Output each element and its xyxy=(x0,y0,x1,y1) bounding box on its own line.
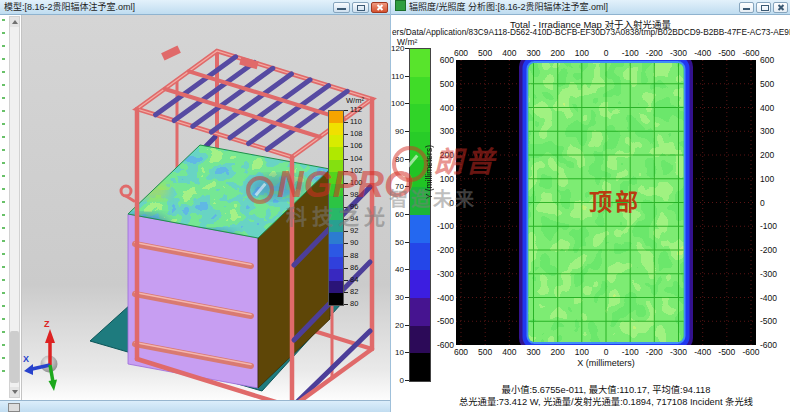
colorbar-segment xyxy=(329,160,343,172)
model-window: 模型:[8.16-2贵阳辐体注予室.oml] xyxy=(0,0,390,412)
y-tick-label: -500 xyxy=(436,316,454,326)
colorbar-tick xyxy=(405,380,409,381)
tree-items-clipped xyxy=(2,19,5,376)
colorbar-segment xyxy=(329,184,343,196)
tree-scrollbar[interactable] xyxy=(9,16,20,398)
colorbar-tick-label: 0 xyxy=(391,376,404,385)
colorbar-tick-label: 60 xyxy=(391,210,404,219)
colorbar-segment xyxy=(329,208,343,220)
y-tick-label: 400 xyxy=(436,103,454,113)
y-tick-label: -300 xyxy=(436,269,454,279)
colorbar-tick xyxy=(405,325,409,326)
colorbar-tick xyxy=(344,280,348,281)
restore-icon xyxy=(357,5,365,11)
colorbar-tick xyxy=(344,110,348,111)
colorbar-tick xyxy=(405,186,409,187)
y-tick-label: 200 xyxy=(758,150,784,160)
colorbar-tick-label: 90 xyxy=(391,127,404,136)
colorbar-tick-label: 20 xyxy=(391,321,404,330)
colorbar-tick xyxy=(344,146,348,147)
colorbar-tick-label: 10 xyxy=(391,348,404,357)
model-tree-panel[interactable] xyxy=(0,15,22,400)
colorbar-segment xyxy=(329,123,343,135)
window-bottom-border xyxy=(0,400,390,412)
colorbar-segment xyxy=(410,49,430,77)
colorbar-segment xyxy=(329,111,343,123)
colorbar-segment xyxy=(410,243,430,271)
stats-line-2: 总光通量:73.412 W, 光通量/发射光通量:0.1894, 717108 … xyxy=(446,394,766,408)
y-axis-label: Y (millimeters) xyxy=(424,145,434,199)
colorbar-tick xyxy=(344,171,348,172)
colorbar-tick xyxy=(405,242,409,243)
colorbar-tick-label: 104 xyxy=(350,155,363,163)
colorbar-segment xyxy=(329,269,343,281)
colorbar-tick-label: 110 xyxy=(350,118,362,126)
colorbar-tick-label: 98 xyxy=(350,191,358,199)
irradiance-window-title: 辐照度/光照度 分析图:[8.16-2贵阳辐体注予室.oml] xyxy=(409,2,608,12)
colorbar-tick xyxy=(405,131,409,132)
y-tick-label: 0 xyxy=(436,198,454,208)
x-axis-ticks-bottom: 6005004003002001000-100-200-300-400-500-… xyxy=(456,347,756,357)
maximize-icon xyxy=(761,5,769,11)
y-tick-label: 300 xyxy=(758,126,784,136)
irradiance-window-titlebar[interactable]: 辐照度/光照度 分析图:[8.16-2贵阳辐体注予室.oml] xyxy=(391,0,790,15)
y-tick-label: 100 xyxy=(436,174,454,184)
y-tick-label: 0 xyxy=(758,198,784,208)
colorbar-tick-label: 88 xyxy=(350,252,358,260)
colorbar-scale: 1121101081061041021009896949290888684828… xyxy=(344,110,380,304)
colorbar-tick-label: 70 xyxy=(391,182,404,191)
colorbar-tick xyxy=(344,183,348,184)
colorbar-tick-label: 100 xyxy=(391,99,404,108)
colorbar-tick-label: 94 xyxy=(350,215,358,223)
y-tick-label: -400 xyxy=(436,293,454,303)
colorbar-tick-label: 50 xyxy=(391,238,404,247)
close-button[interactable] xyxy=(371,2,388,13)
colorbar-segment xyxy=(329,293,343,305)
restore-button[interactable] xyxy=(352,2,369,13)
colorbar-tick-label: 102 xyxy=(350,167,363,175)
model-3d-viewport[interactable]: Z X W/m² 1121101081061041021009896949290… xyxy=(22,15,390,400)
colorbar-tick xyxy=(405,48,409,49)
x-axis-triad-label: X xyxy=(23,354,29,364)
scroll-up-arrow[interactable] xyxy=(10,17,19,27)
y-tick-label: 500 xyxy=(436,79,454,89)
x-axis-label: X (millimeters) xyxy=(456,358,756,368)
colorbar-tick xyxy=(344,159,348,160)
colorbar-swatches xyxy=(328,110,344,306)
minimize-button[interactable] xyxy=(739,2,754,13)
colorbar-tick xyxy=(344,243,348,244)
colorbar-segment xyxy=(329,281,343,293)
maximize-button[interactable] xyxy=(756,2,771,13)
y-tick-label: -300 xyxy=(758,269,784,279)
close-button[interactable] xyxy=(773,2,788,13)
minimize-button[interactable] xyxy=(333,2,350,13)
map-file-path: ers/Data/Application/83C9A118-D562-410D-… xyxy=(392,27,790,37)
colorbar-segment xyxy=(329,196,343,208)
y-tick-label: 300 xyxy=(436,126,454,136)
colorbar-tick-label: 84 xyxy=(350,276,358,284)
colorbar-segment xyxy=(410,104,430,132)
minimize-icon xyxy=(743,8,750,10)
scroll-down-arrow[interactable] xyxy=(10,387,19,397)
y-tick-label: 200 xyxy=(436,150,454,160)
colorbar-scale: 1201101009080706050403020100 xyxy=(391,48,409,380)
region-annotation: 顶部 xyxy=(589,189,641,215)
colorbar-tick xyxy=(405,269,409,270)
colorbar-unit-label: W/m² xyxy=(336,96,374,105)
model-window-titlebar[interactable]: 模型:[8.16-2贵阳辐体注予室.oml] xyxy=(0,0,390,15)
tree-mini-icon[interactable] xyxy=(8,403,20,412)
colorbar-segment xyxy=(329,232,343,244)
irradiance-map-plot[interactable]: 顶部 xyxy=(456,60,756,345)
scroll-thumb[interactable] xyxy=(10,331,19,383)
y-tick-label: -400 xyxy=(758,293,784,303)
colorbar-segment xyxy=(410,326,430,354)
irradiance-content: Total - Irradiance Map 对于入射光通量 ers/Data/… xyxy=(391,15,790,412)
irradiance-colorbar: 1201101009080706050403020100 xyxy=(391,48,431,388)
y-tick-label: -600 xyxy=(758,340,784,350)
colorbar-tick-label: 96 xyxy=(350,203,358,211)
app-screen: 模型:[8.16-2贵阳辐体注予室.oml] xyxy=(0,0,790,412)
colorbar-swatches xyxy=(409,48,431,382)
colorbar-tick-label: 30 xyxy=(391,293,404,302)
colorbar-tick xyxy=(405,214,409,215)
colorbar-segment xyxy=(410,215,430,243)
